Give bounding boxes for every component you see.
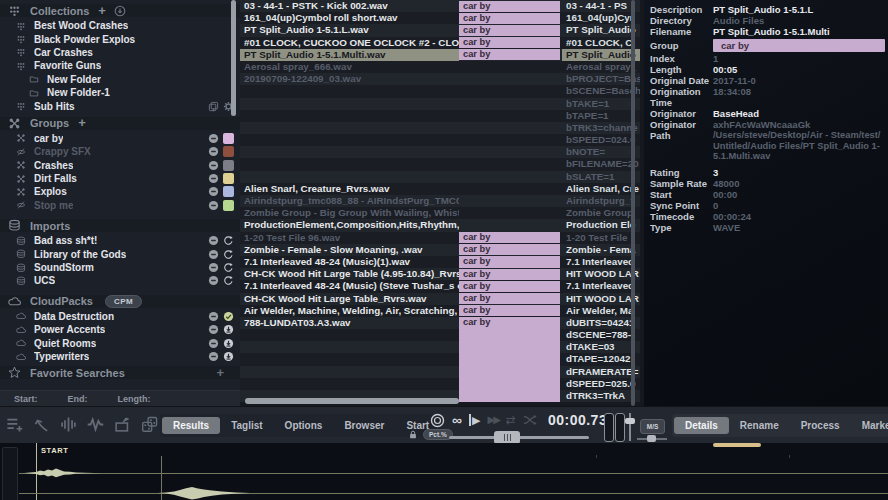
result-row[interactable]: bSLATE=1 xyxy=(240,171,640,183)
refresh-icon[interactable] xyxy=(223,249,234,260)
wave-icon[interactable] xyxy=(87,416,104,433)
refresh-icon[interactable] xyxy=(223,275,234,286)
section-header-imports[interactable]: Imports xyxy=(0,219,240,232)
sidebar-item[interactable]: Quiet Rooms xyxy=(0,336,240,349)
sidebar-item[interactable]: Car Crashes xyxy=(0,46,240,59)
dice-icon[interactable] xyxy=(141,416,158,433)
result-row[interactable]: CH-CK Wood Hit Large Table_Rvrs.wavcar b… xyxy=(240,293,640,305)
result-row[interactable]: CH-CK Wood Hit Large Table (4.95-10.84)_… xyxy=(240,268,640,280)
result-row[interactable]: ProductionElement,Composition,Hits,Rhyth… xyxy=(240,219,640,231)
tab-browser[interactable]: Browser xyxy=(333,417,395,434)
group-tag[interactable]: car by xyxy=(713,39,885,52)
result-row[interactable]: 1-20 Test File 96.wavcar by1-20 Test Fil… xyxy=(240,232,640,244)
result-row[interactable]: dTAPE=12042 xyxy=(240,353,640,365)
minus-icon[interactable] xyxy=(208,173,219,184)
result-row[interactable]: Air Welder, Machine, Welding, Air, Scrat… xyxy=(240,305,640,317)
sidebar-item[interactable]: Typewriters xyxy=(0,350,240,363)
sidebar-item[interactable]: Stop me xyxy=(0,199,240,212)
add-collections-button[interactable]: + xyxy=(98,6,106,16)
result-row[interactable]: bNOTE= xyxy=(240,146,640,158)
minus-icon[interactable] xyxy=(208,311,219,322)
result-row[interactable]: Airindstpurg_tmc088_88 - AIRIndstPurg_TM… xyxy=(240,195,640,207)
minus-icon[interactable] xyxy=(208,324,219,335)
result-row[interactable]: dTAKE=03 xyxy=(240,341,640,353)
group-color-swatch[interactable] xyxy=(223,133,234,144)
group-color-swatch[interactable] xyxy=(223,146,234,157)
sidebar-item[interactable]: Power Accents xyxy=(0,323,240,336)
refresh-icon[interactable] xyxy=(223,235,234,246)
result-row[interactable]: 20190709-122409_03.wavbPROJECT=Bas xyxy=(240,73,640,85)
download-circle-icon[interactable] xyxy=(223,338,234,349)
minus-icon[interactable] xyxy=(208,200,219,211)
playlist-add-icon[interactable] xyxy=(6,416,23,433)
result-row[interactable]: Aerosal spray_666.wavAerosal spray_ xyxy=(240,61,640,73)
section-header-collections[interactable]: Collections+ xyxy=(0,4,240,17)
result-row[interactable]: Zombie - Female - Slow Moaning, .wavcar … xyxy=(240,244,640,256)
section-header-favorite-searches[interactable]: Favorite Searches+ xyxy=(0,366,240,379)
sidebar-item[interactable]: Explos xyxy=(0,185,240,198)
mid-side-button[interactable]: M/S xyxy=(640,419,665,434)
sidebar-item[interactable]: New Folder xyxy=(0,73,240,86)
sidebar-item[interactable]: Crappy SFX xyxy=(0,145,240,158)
minus-icon[interactable] xyxy=(208,186,219,197)
waveform-display[interactable]: START xyxy=(0,443,888,500)
check-circle-icon[interactable] xyxy=(223,311,234,322)
refresh-icon[interactable] xyxy=(223,262,234,273)
result-row[interactable]: dFRAMERATE= xyxy=(240,366,640,378)
result-row[interactable]: Zombie Group - Big Group With Wailing, W… xyxy=(240,207,640,219)
results-horizontal-scrollbar[interactable] xyxy=(245,398,459,404)
open-box-icon[interactable] xyxy=(114,416,131,433)
circle-badge-icon[interactable] xyxy=(114,5,126,17)
minus-icon[interactable] xyxy=(208,133,219,144)
minus-icon[interactable] xyxy=(208,338,219,349)
download-circle-icon[interactable] xyxy=(223,351,234,362)
tab-results[interactable]: Results xyxy=(162,417,220,434)
sidebar-item[interactable]: SoundStorm xyxy=(0,261,240,274)
download-circle-icon[interactable] xyxy=(223,324,234,335)
minus-icon[interactable] xyxy=(208,351,219,362)
minus-icon[interactable] xyxy=(208,235,219,246)
result-row[interactable]: bFILENAME=20 xyxy=(240,158,640,170)
loop-icon[interactable]: ∞ xyxy=(452,413,462,427)
group-color-swatch[interactable] xyxy=(223,186,234,197)
tab-marker[interactable]: Marker xyxy=(851,417,888,434)
sidebar-item[interactable]: Crashes xyxy=(0,159,240,172)
sidebar-item[interactable]: Best Wood Crashes xyxy=(0,19,240,32)
lock-icon[interactable] xyxy=(408,429,418,440)
tab-taglist[interactable]: Taglist xyxy=(220,417,273,434)
result-row[interactable]: bTAPE=1 xyxy=(240,110,640,122)
result-row[interactable]: 7.1 Interleaved 48-24 (Music) (Steve Tus… xyxy=(240,280,640,292)
sidebar-item[interactable]: Library of the Gods xyxy=(0,247,240,260)
minus-icon[interactable] xyxy=(208,160,219,171)
result-row[interactable]: bTRK3=channe xyxy=(240,122,640,134)
mini-slider-thumb[interactable] xyxy=(647,435,656,442)
minus-icon[interactable] xyxy=(208,146,219,157)
sidebar-item[interactable]: car by xyxy=(0,132,240,145)
result-row[interactable]: 161_04(up)Cymbol roll short.wavcar by161… xyxy=(240,12,640,24)
group-color-swatch[interactable] xyxy=(223,173,234,184)
cursor-arrow-icon[interactable] xyxy=(33,416,50,433)
group-color-swatch[interactable] xyxy=(223,200,234,211)
result-row[interactable]: bTAKE=1 xyxy=(240,98,640,110)
add-favorite-searches-button[interactable]: + xyxy=(216,368,224,378)
minus-icon[interactable] xyxy=(208,262,219,273)
result-row[interactable]: dSCENE=788- xyxy=(240,329,640,341)
section-header-cloudpacks[interactable]: CloudPacksCPM xyxy=(0,295,240,308)
sidebar-item[interactable]: UCS xyxy=(0,274,240,287)
section-header-groups[interactable]: Groups+ xyxy=(0,117,240,130)
swap-icon[interactable]: ⇄ xyxy=(506,414,516,426)
sidebar-item[interactable]: Sub Hits xyxy=(0,99,240,112)
sidebar-item[interactable]: Dirt Falls xyxy=(0,172,240,185)
result-row[interactable]: 788-LUNDAT03.A3.wavcar bydUBITS=04241 xyxy=(240,317,640,329)
minus-icon[interactable] xyxy=(208,249,219,260)
result-row[interactable]: PT Split_Audio 1-5.1.Multi.wavcar byPT S… xyxy=(240,49,640,61)
minus-icon[interactable] xyxy=(208,275,219,286)
pct-mode-badge[interactable]: Pct.% xyxy=(423,429,453,440)
sidebar-item[interactable]: New Folder-1 xyxy=(0,86,240,99)
cpm-badge[interactable]: CPM xyxy=(105,295,142,308)
copy-icon[interactable] xyxy=(208,101,219,112)
volume-fader-knob[interactable] xyxy=(625,418,635,424)
group-color-swatch[interactable] xyxy=(223,160,234,171)
result-row[interactable]: Alien Snarl, Creature_Rvrs.wavAlien Snar… xyxy=(240,183,640,195)
waveform-zoom-icon[interactable] xyxy=(60,416,77,433)
